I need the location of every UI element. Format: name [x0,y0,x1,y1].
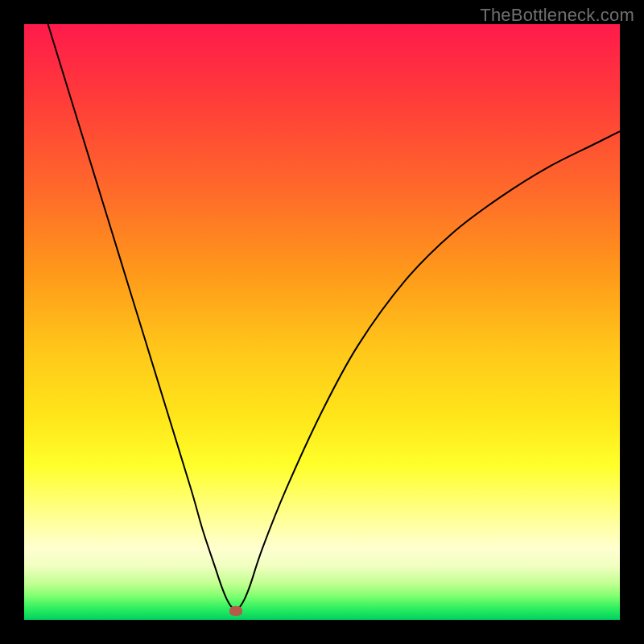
plot-area [24,24,620,620]
minimum-marker [229,606,242,616]
chart-frame: TheBottleneck.com [0,0,644,644]
curve-svg [24,24,620,620]
curve-path [48,24,620,609]
watermark-text: TheBottleneck.com [480,5,634,26]
